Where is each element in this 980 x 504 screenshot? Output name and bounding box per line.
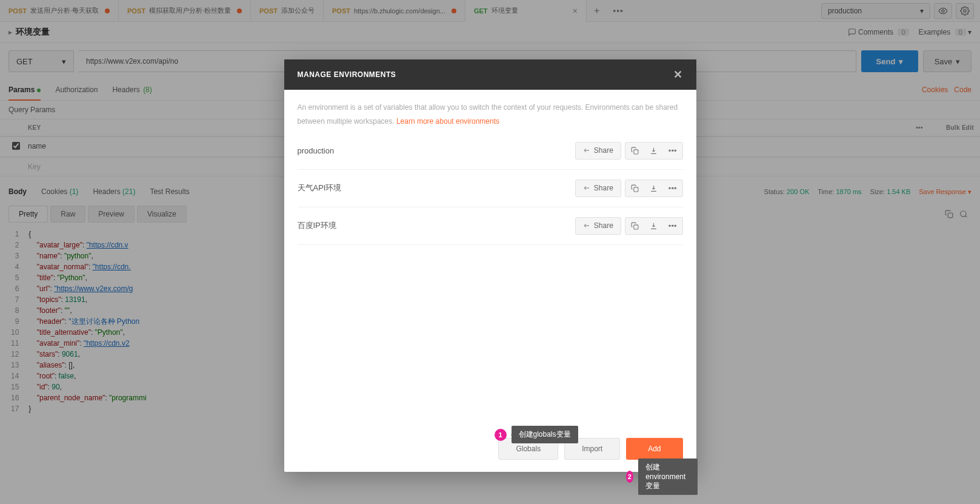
duplicate-icon[interactable] xyxy=(625,181,644,196)
annotation-badge-icon: 1 xyxy=(495,429,507,441)
environment-name: 天气API环境 xyxy=(298,183,342,193)
more-options-icon[interactable]: ••• xyxy=(663,180,682,197)
annotation-1: 1 创建globals变量 xyxy=(495,426,578,443)
download-icon[interactable] xyxy=(644,143,663,158)
svg-rect-5 xyxy=(634,149,638,153)
annotation-badge-icon: 2 xyxy=(626,471,634,483)
more-options-icon[interactable]: ••• xyxy=(663,143,682,159)
duplicate-icon[interactable] xyxy=(625,143,644,158)
environment-row[interactable]: 天气API环境 Share ••• xyxy=(298,170,683,207)
annotation-2: 2 创建environment变量 xyxy=(626,459,698,495)
environment-name: production xyxy=(298,146,335,155)
close-icon[interactable]: ✕ xyxy=(673,68,683,81)
svg-rect-6 xyxy=(634,187,638,191)
download-icon[interactable] xyxy=(644,181,663,196)
annotation-label: 创建globals变量 xyxy=(512,426,578,443)
modal-description: An environment is a set of variables tha… xyxy=(298,101,683,129)
annotation-label: 创建environment变量 xyxy=(638,459,697,495)
share-button[interactable]: Share xyxy=(575,142,621,160)
learn-more-link[interactable]: Learn more about environments xyxy=(396,117,499,126)
svg-rect-7 xyxy=(634,224,638,229)
more-options-icon[interactable]: ••• xyxy=(663,218,682,234)
modal-overlay[interactable]: MANAGE ENVIRONMENTS ✕ An environment is … xyxy=(0,0,980,504)
add-environment-button[interactable]: Add xyxy=(626,438,682,460)
share-button[interactable]: Share xyxy=(575,217,621,235)
share-button[interactable]: Share xyxy=(575,180,621,197)
environment-list: production Share ••• 天气AP xyxy=(298,132,683,245)
duplicate-icon[interactable] xyxy=(625,218,644,234)
modal-header: MANAGE ENVIRONMENTS ✕ xyxy=(284,59,696,90)
environment-row[interactable]: 百度IP环境 Share ••• xyxy=(298,207,683,245)
download-icon[interactable] xyxy=(644,218,663,234)
manage-environments-modal: MANAGE ENVIRONMENTS ✕ An environment is … xyxy=(284,59,696,472)
environment-name: 百度IP环境 xyxy=(298,220,336,231)
environment-row[interactable]: production Share ••• xyxy=(298,132,683,170)
modal-title: MANAGE ENVIRONMENTS xyxy=(298,70,396,79)
